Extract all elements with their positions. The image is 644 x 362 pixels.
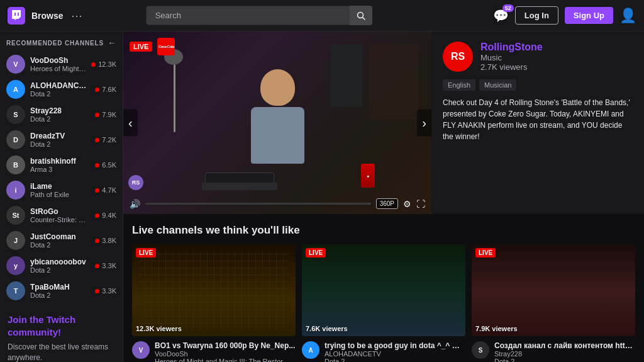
search-icon bbox=[357, 11, 365, 20]
volume-icon[interactable]: 🔊 bbox=[130, 199, 140, 209]
viewer-count: 6.5K bbox=[102, 161, 116, 169]
stream-card-category: Dota 2 bbox=[325, 358, 465, 362]
channel-game-label: Dota 2 bbox=[30, 140, 90, 148]
channel-name-label: iLame bbox=[30, 182, 90, 191]
sidebar-channel-item[interactable]: St StRoGo Counter-Strike: Glo... 9.4K bbox=[0, 203, 123, 228]
stream-card[interactable]: LIVE 12.3K viewers V BO1 vs Twaryna 160 … bbox=[132, 244, 296, 362]
channel-avatar: RS bbox=[443, 42, 473, 72]
channel-info-small: ybicanoooobov Dota 2 bbox=[30, 257, 90, 274]
channel-game-label: Heroes of Might a... bbox=[30, 65, 86, 72]
search-input[interactable] bbox=[146, 6, 372, 25]
stream-cards-row: LIVE 12.3K viewers V BO1 vs Twaryna 160 … bbox=[132, 244, 635, 362]
main-content: ● RS LIVE Coca Cola 🔊 360P ⚙ ⛶ ‹ › bbox=[123, 31, 644, 362]
viewer-count: 12.3K bbox=[98, 60, 116, 68]
channel-avatar-small: J bbox=[6, 231, 25, 250]
stream-card[interactable]: LIVE 7.6K viewers A trying to be a good … bbox=[302, 244, 465, 362]
channel-meta: RollingStone Music 2.7K viewers bbox=[480, 42, 633, 72]
stream-card[interactable]: LIVE 7.9K viewers S Создал канал с лайв … bbox=[472, 244, 635, 362]
sidebar-channel-item[interactable]: y ybicanoooobov Dota 2 3.3K bbox=[0, 253, 123, 278]
live-badge: LIVE bbox=[130, 42, 152, 52]
sidebar-channel-item[interactable]: V VooDooSh Heroes of Might a... 12.3K bbox=[0, 52, 123, 77]
viewer-count: 7.9K bbox=[102, 111, 116, 118]
sidebar-channel-item[interactable]: B bratishkinoff Arma 3 6.5K bbox=[0, 152, 123, 178]
stream-thumbnail: LIVE 7.6K viewers bbox=[302, 244, 465, 336]
channel-name-label: ybicanoooobov bbox=[30, 257, 90, 266]
channel-game-label: Dota 2 bbox=[30, 90, 90, 98]
stream-viewer-count: 7.9K viewers bbox=[475, 325, 518, 332]
live-channels-section: Live channels we think you'll like LIVE … bbox=[123, 214, 644, 362]
notifications-button[interactable]: 💬 52 bbox=[493, 8, 509, 23]
stream-card-title: trying to be a good guy in dota ^_^ w/ .… bbox=[325, 341, 465, 350]
main-layout: RECOMMENDED CHANNELS ← V VooDooSh Heroes… bbox=[0, 31, 644, 362]
svg-rect-2 bbox=[18, 13, 19, 16]
featured-section: ● RS LIVE Coca Cola 🔊 360P ⚙ ⛶ ‹ › bbox=[123, 31, 644, 214]
video-nav-left-button[interactable]: ‹ bbox=[123, 110, 138, 137]
channel-tags: English Musician bbox=[443, 79, 633, 91]
stream-card-channel-name: VooDooSh bbox=[155, 350, 296, 358]
sidebar-channel-item[interactable]: D DreadzTV Dota 2 7.2K bbox=[0, 127, 123, 152]
channel-right: 9.4K bbox=[95, 212, 116, 219]
channel-info-panel: RS RollingStone Music 2.7K viewers Engli… bbox=[431, 31, 644, 214]
live-dot-icon bbox=[95, 163, 99, 167]
channel-avatar-small: S bbox=[6, 105, 25, 124]
stream-viewer-count: 12.3K viewers bbox=[136, 325, 182, 332]
join-description: Discover the best live streams anywhere. bbox=[8, 342, 115, 362]
channel-category: Music bbox=[480, 53, 633, 62]
viewer-count: 4.7K bbox=[102, 186, 116, 194]
channel-avatar-small: D bbox=[6, 130, 25, 149]
twitch-logo-icon[interactable] bbox=[8, 7, 25, 25]
join-section: Join the Twitch community! Discover the … bbox=[0, 303, 123, 362]
channel-game-label: Dota 2 bbox=[30, 241, 90, 249]
live-dot-icon bbox=[95, 289, 99, 293]
sidebar-channel-item[interactable]: T TpaBoMaH Dota 2 3.3K bbox=[0, 278, 123, 303]
channel-avatar-small: St bbox=[6, 206, 25, 225]
sidebar-channel-item[interactable]: i iLame Path of Exile 4.7K bbox=[0, 178, 123, 203]
stream-card-info: V BO1 vs Twaryna 160 000p By Ne_Nep... V… bbox=[132, 341, 296, 362]
channel-name[interactable]: RollingStone bbox=[480, 42, 633, 53]
stream-card-meta: BO1 vs Twaryna 160 000p By Ne_Nep... Voo… bbox=[155, 341, 296, 362]
sidebar-channel-item[interactable]: J JustCooman Dota 2 3.8K bbox=[0, 228, 123, 253]
notification-count: 52 bbox=[502, 4, 514, 12]
browse-link[interactable]: Browse bbox=[31, 11, 64, 21]
viewer-count: 3.3K bbox=[102, 262, 116, 269]
settings-icon[interactable]: ⚙ bbox=[403, 199, 411, 209]
channel-info-small: DreadzTV Dota 2 bbox=[30, 132, 90, 148]
viewer-count: 9.4K bbox=[102, 212, 116, 219]
video-nav-right-button[interactable]: › bbox=[417, 110, 431, 137]
channel-game-label: Dota 2 bbox=[30, 266, 90, 274]
channel-info-small: iLame Path of Exile bbox=[30, 182, 90, 198]
sidebar-channel-item[interactable]: A ALOHADANCETV Dota 2 7.6K bbox=[0, 77, 123, 102]
fullscreen-icon[interactable]: ⛶ bbox=[416, 199, 425, 209]
sidebar-title: RECOMMENDED CHANNELS bbox=[6, 40, 104, 47]
more-options-icon[interactable]: ⋯ bbox=[71, 9, 82, 23]
tag-english[interactable]: English bbox=[443, 79, 475, 91]
channel-avatar-small: y bbox=[6, 256, 25, 275]
channel-info-small: VooDooSh Heroes of Might a... bbox=[30, 56, 86, 72]
channel-right: 6.5K bbox=[95, 161, 116, 169]
live-dot-icon bbox=[91, 62, 96, 67]
stream-card-channel-name: Stray228 bbox=[494, 350, 635, 358]
stream-card-info: A trying to be a good guy in dota ^_^ w/… bbox=[302, 341, 465, 362]
quality-badge[interactable]: 360P bbox=[376, 198, 398, 209]
stream-card-info: S Создал канал с лайв контентом http... … bbox=[472, 341, 635, 362]
channel-name-label: DreadzTV bbox=[30, 132, 90, 140]
sponsor-logo: Coca Cola bbox=[157, 38, 175, 55]
tag-musician[interactable]: Musician bbox=[479, 79, 516, 91]
channel-name-label: StRoGo bbox=[30, 207, 90, 216]
search-button[interactable] bbox=[350, 6, 372, 25]
login-button[interactable]: Log In bbox=[515, 6, 558, 25]
live-dot-icon bbox=[95, 213, 99, 218]
channel-name-label: TpaBoMaH bbox=[30, 283, 90, 291]
channel-right: 3.3K bbox=[95, 287, 116, 295]
sidebar-channel-item[interactable]: S Stray228 Dota 2 7.9K bbox=[0, 102, 123, 127]
sidebar-collapse-button[interactable]: ← bbox=[108, 38, 116, 48]
svg-rect-1 bbox=[14, 13, 16, 16]
viewer-count: 7.6K bbox=[102, 86, 116, 93]
user-avatar-icon[interactable]: 👤 bbox=[619, 8, 636, 24]
channel-avatar-small: B bbox=[6, 156, 25, 174]
search-bar bbox=[146, 6, 372, 25]
signup-button[interactable]: Sign Up bbox=[565, 7, 613, 24]
stream-card-meta: Создал канал с лайв контентом http... St… bbox=[494, 341, 635, 362]
channel-info-small: StRoGo Counter-Strike: Glo... bbox=[30, 207, 90, 223]
stream-thumbnail: LIVE 12.3K viewers bbox=[132, 244, 296, 336]
